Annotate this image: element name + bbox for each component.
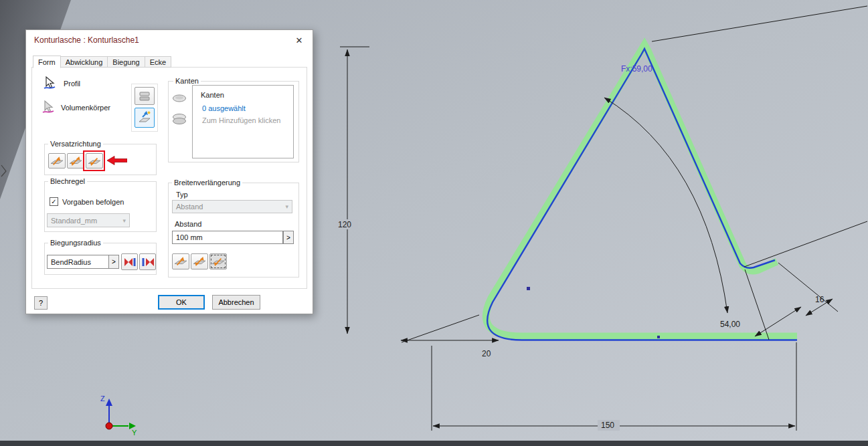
tab-form[interactable]: Form — [33, 55, 61, 68]
cancel-button[interactable]: Abbrechen — [212, 295, 260, 310]
bend-radius-label: Biegungsradius — [48, 239, 103, 247]
width-extension-label: Breitenverlängerung — [172, 179, 242, 187]
solid-body-label: Volumenkörper — [61, 104, 110, 112]
sheet-rule-label: Blechregel — [48, 177, 87, 185]
sketch-point[interactable] — [657, 336, 660, 338]
expand-arrow-icon[interactable]: > — [108, 255, 118, 268]
distance-input[interactable]: 100 mm — [172, 231, 283, 244]
highlight-annotation-box — [83, 150, 105, 171]
bend-option1-button[interactable] — [121, 253, 138, 270]
distance-value: 100 mm — [176, 233, 203, 241]
offset-side1-button[interactable] — [48, 153, 66, 169]
edges-hint: Zum Hinzufügen klicken — [202, 116, 280, 124]
edge-chain-icon[interactable] — [172, 113, 187, 125]
bend-option2-button[interactable] — [139, 253, 156, 270]
extension-option1-icon — [173, 256, 188, 267]
edge-select-icon[interactable] — [172, 93, 187, 104]
solid-body-icon[interactable] — [41, 100, 56, 114]
tab-ecke[interactable]: Ecke — [145, 56, 171, 68]
contour-flange-dialog: Konturlasche : Konturlasche1 ✕ Form Abwi… — [25, 29, 313, 314]
checkmark-icon: ✓ — [51, 199, 56, 205]
close-icon[interactable]: ✕ — [290, 33, 309, 47]
extension-option1-button[interactable] — [172, 253, 189, 269]
extension-option3-button[interactable] — [209, 253, 227, 269]
dimension-height[interactable]: 120 — [338, 220, 351, 229]
extension-option2-button[interactable] — [191, 253, 208, 269]
bend-radius-input[interactable]: BendRadius > — [47, 255, 119, 269]
dimension-flange[interactable]: 54,00 — [720, 320, 740, 329]
extension-option2-icon — [192, 256, 207, 267]
bottom-window-edge — [0, 441, 868, 446]
profile-cursor-icon[interactable] — [42, 76, 57, 90]
profile-label: Profil — [64, 80, 80, 88]
application-window: 120 150 20 54,00 16 Fx:59,00 Z Y Konturl… — [0, 0, 868, 446]
chevron-down-icon: ▾ — [285, 203, 288, 210]
dimension-width[interactable]: 150 — [601, 421, 614, 430]
dimension-angle[interactable]: Fx:59,00 — [621, 64, 653, 74]
new-sheet-icon — [137, 110, 152, 125]
offset-side1-icon — [50, 156, 64, 166]
tab-bar: Form Abwicklung Biegung Ecke — [33, 55, 171, 68]
dimension-tab[interactable]: 16 — [815, 295, 824, 304]
tab-abwicklung[interactable]: Abwicklung — [60, 56, 108, 68]
edges-selected-count[interactable]: 0 ausgewählt — [202, 104, 246, 112]
chevron-down-icon: ▾ — [122, 217, 126, 224]
dimension-lines[interactable] — [347, 49, 833, 426]
tab-biegung[interactable]: Biegung — [107, 56, 145, 68]
type-select[interactable]: Abstand ▾ — [172, 200, 292, 213]
edges-selection-list[interactable]: Kanten 0 ausgewählt Zum Hinzufügen klick… — [192, 85, 294, 158]
axis-z-label: Z — [100, 395, 105, 403]
axis-y-label: Y — [132, 429, 137, 437]
edges-group-label: Kanten — [173, 77, 201, 85]
follow-defaults-checkbox[interactable]: ✓ — [50, 197, 58, 206]
ok-button[interactable]: OK — [158, 295, 205, 310]
extension-lines — [340, 6, 867, 431]
bend-radius-value: BendRadius — [51, 258, 91, 266]
sheet-rule-value: Standard_mm — [51, 217, 97, 225]
distance-label: Abstand — [175, 220, 201, 228]
type-value: Abstand — [176, 203, 203, 211]
new-solid-output-button[interactable] — [135, 108, 155, 128]
sketch-point[interactable] — [527, 287, 530, 290]
sheet-rule-select[interactable]: Standard_mm ▾ — [47, 213, 130, 227]
bend-option2-icon — [141, 255, 155, 269]
coordinate-triad[interactable]: Z Y — [100, 395, 137, 437]
sketch-profile-line[interactable] — [487, 49, 797, 340]
sheet-flange-body[interactable] — [486, 45, 797, 336]
offset-both-button[interactable] — [67, 153, 84, 169]
distance-expand-icon[interactable]: > — [283, 231, 294, 244]
edges-list-title: Kanten — [201, 91, 224, 99]
dimension-offset[interactable]: 20 — [482, 349, 491, 358]
follow-defaults-label: Vorgaben befolgen — [62, 198, 124, 206]
offset-direction-label: Versatzrichtung — [48, 140, 103, 148]
offset-both-icon — [68, 156, 83, 166]
extension-option3-icon — [211, 256, 226, 267]
solid-output-button[interactable] — [135, 87, 155, 105]
sheet-stack-icon — [137, 89, 152, 104]
annotation-arrow-icon — [107, 156, 127, 165]
type-label: Typ — [176, 191, 188, 199]
help-button[interactable]: ? — [34, 296, 48, 310]
dialog-title: Konturlasche : Konturlasche1 — [34, 35, 139, 45]
bend-option1-icon — [123, 255, 137, 269]
